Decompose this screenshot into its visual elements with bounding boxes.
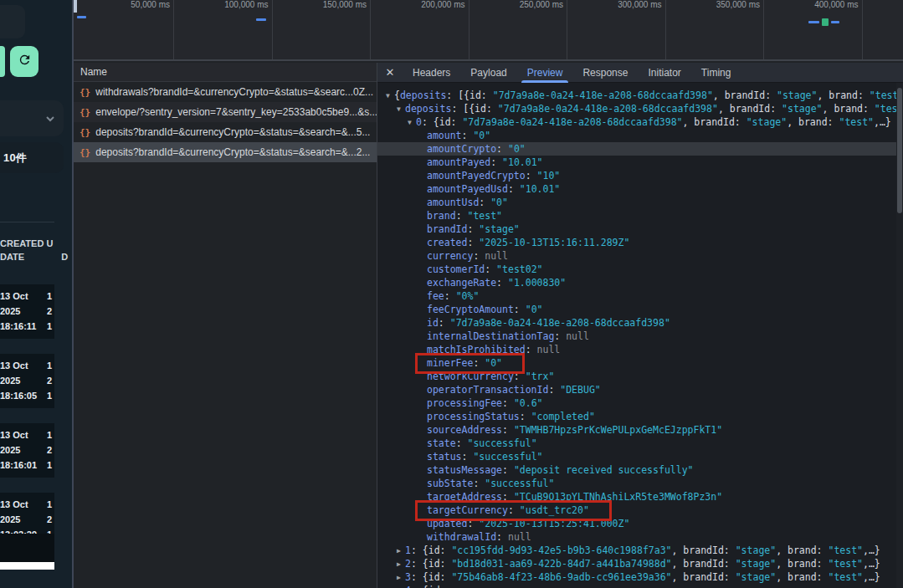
json-tree-row[interactable]: amountCrypto: "0" <box>377 142 903 156</box>
json-string-value: "test" <box>828 545 863 556</box>
expand-arrow-icon[interactable]: ▶ <box>397 585 405 588</box>
json-tree-row[interactable]: amountUsd: "0" <box>377 196 903 209</box>
network-request-row[interactable]: {}withdrawals?brandId=&currencyCrypto=&s… <box>74 82 377 102</box>
json-punctuation: : <box>473 250 485 262</box>
tab-initiator[interactable]: Initiator <box>642 63 686 83</box>
tab-preview[interactable]: Preview <box>521 63 569 83</box>
json-tree-row[interactable]: ▼0: {id: "7d7a9a8e-0a24-418e-a208-68dcca… <box>377 115 903 129</box>
json-tree-row[interactable]: internalDestinationTag: null <box>377 330 903 343</box>
vertical-scrollbar[interactable] <box>896 83 903 588</box>
json-null-value: null <box>485 250 508 262</box>
json-string-value: "test02" <box>496 263 542 275</box>
json-tree-row[interactable]: customerId: "test02" <box>377 263 903 276</box>
json-punctuation: , brandId: <box>683 116 747 128</box>
json-punctuation: : <box>526 170 537 182</box>
table-row[interactable]: 13 Oct12025218:16:111 <box>0 284 54 339</box>
network-request-row[interactable]: {}deposits?brandId=&currencyCrypto=&stat… <box>74 142 377 162</box>
json-punctuation: : <box>496 277 508 289</box>
json-string-value: "stage" <box>736 558 776 570</box>
json-tree-row[interactable]: amount: "0" <box>377 129 903 142</box>
app-chip[interactable] <box>0 5 25 38</box>
json-tree-row[interactable]: targetCurrency: "usdt_trc20" <box>377 504 903 517</box>
json-string-value: "7d7a9a8e-0a24-418e-a208-68dccaafd398" <box>498 103 718 115</box>
json-tree-row[interactable]: brand: "test" <box>377 209 903 222</box>
collapse-arrow-icon[interactable]: ▼ <box>408 116 416 130</box>
json-punctuation: : <box>496 531 508 543</box>
table-row[interactable]: 13 Oct12025218:16:011 <box>0 423 54 478</box>
tab-response[interactable]: Response <box>577 63 634 83</box>
json-tree-row[interactable]: state: "successful" <box>377 437 903 450</box>
json-tree-row[interactable]: subState: "successful" <box>377 477 903 490</box>
partial-button[interactable] <box>0 46 5 77</box>
json-tree-row[interactable]: feeCryptoAmount: "0" <box>377 303 903 316</box>
json-tree-row[interactable]: minerFee: "0" <box>377 356 903 370</box>
name-column-header[interactable]: Name <box>74 63 377 82</box>
json-preview-tree: ▼{deposits: [{id: "7d7a9a8e-0a24-418e-a2… <box>377 83 903 588</box>
json-tree-row[interactable]: id: "7d7a9a8e-0a24-418e-a208-68dccaafd39… <box>377 316 903 330</box>
json-punctuation: : <box>502 397 514 409</box>
collapse-arrow-icon[interactable]: ▼ <box>386 89 394 103</box>
expand-arrow-icon[interactable]: ▶ <box>397 571 405 585</box>
json-tree-row[interactable]: ▶3: {id: "75b46ab8-4f23-48b6-9adb-cc961e… <box>377 570 903 584</box>
request-waterfall-mark <box>808 21 819 23</box>
timeline-tick-label: 350,000 ms <box>716 0 760 9</box>
cell-col2: 2 <box>47 512 52 527</box>
tab-payload[interactable]: Payload <box>464 63 512 83</box>
json-tree-row[interactable]: amountPayedCrypto: "10" <box>377 169 903 182</box>
json-tree-row[interactable]: ▼deposits: [{id: "7d7a9a8e-0a24-418e-a20… <box>377 102 903 115</box>
json-string-value: "0" <box>526 304 543 315</box>
json-tree-row[interactable]: ▶2: {id: "bd18d031-aa69-422b-84d7-a441ba… <box>377 557 903 570</box>
json-key: withdrawalId <box>427 531 496 543</box>
filter-select[interactable] <box>0 100 64 136</box>
json-punctuation: : <box>554 330 566 342</box>
json-string-value: "stage" <box>782 103 822 115</box>
json-key: statusMessage <box>427 464 502 476</box>
cell-date: 18:16:01 <box>0 458 47 473</box>
json-tree-row[interactable]: amountPayedUsd: "10.01" <box>377 182 903 196</box>
json-tree-row[interactable]: statusMessage: "deposit received success… <box>377 463 903 477</box>
collapse-arrow-icon[interactable]: ▼ <box>397 103 405 116</box>
json-tree-row[interactable]: ▼{deposits: [{id: "7d7a9a8e-0a24-418e-a2… <box>377 89 903 102</box>
json-key: sourceAddress <box>427 424 502 436</box>
table-body: 13 Oct12025218:16:11113 Oct12025218:16:0… <box>0 284 72 562</box>
table-row[interactable]: 13 Oct12025218:16:051 <box>0 354 54 408</box>
json-tree-row[interactable]: brandId: "stage" <box>377 222 903 236</box>
refresh-button[interactable] <box>10 46 38 77</box>
json-tree-row[interactable]: ▶4: {id: <box>377 584 903 588</box>
network-request-row[interactable]: {}envelope/?sentry_version=7&sentry_key=… <box>74 102 377 122</box>
json-string-value: "TWMHB7HpzsPrKcWePULpxGeMcEJzppFkT1" <box>514 424 722 436</box>
json-string-value: "successful" <box>485 478 554 489</box>
json-tree-row[interactable]: processingFee: "0.6" <box>377 396 903 410</box>
page-size-box[interactable]: 10件 <box>0 142 64 173</box>
expand-arrow-icon[interactable]: ▶ <box>397 558 405 571</box>
network-request-row[interactable]: {}deposits?brandId=&currencyCrypto=&stat… <box>74 122 377 142</box>
tab-headers[interactable]: Headers <box>407 63 456 83</box>
close-icon[interactable]: ✕ <box>377 66 403 79</box>
json-tree-row[interactable]: processingStatus: "completed" <box>377 410 903 423</box>
json-tree-row[interactable]: created: "2025-10-13T15:16:11.289Z" <box>377 236 903 249</box>
network-overview-timeline[interactable]: 50,000 ms100,000 ms150,000 ms200,000 ms2… <box>74 0 903 61</box>
json-key: amount <box>427 130 462 141</box>
json-key: 3 <box>405 571 411 583</box>
scrollbar-thumb[interactable] <box>897 88 902 213</box>
json-tree-row[interactable]: amountPayed: "10.01" <box>377 156 903 169</box>
json-tree-row[interactable]: operatorTransactionId: "DEBUG" <box>377 383 903 396</box>
expand-arrow-icon[interactable]: ▶ <box>397 545 405 558</box>
json-tree-row[interactable]: withdrawalId: null <box>377 530 903 544</box>
json-tree-row[interactable]: sourceAddress: "TWMHB7HpzsPrKcWePULpxGeM… <box>377 423 903 437</box>
json-string-value: "10" <box>537 170 561 182</box>
json-tree-row[interactable]: currency: null <box>377 249 903 263</box>
json-punctuation: : <box>467 223 479 235</box>
json-punctuation: , brandId: <box>713 89 777 101</box>
json-tree-row[interactable]: status: "successful" <box>377 450 903 463</box>
timeline-gridline <box>763 0 764 59</box>
json-tree-row[interactable]: fee: "0%" <box>377 289 903 303</box>
tab-timing[interactable]: Timing <box>695 63 737 83</box>
json-string-value: "deposit received successfully" <box>514 464 694 476</box>
json-tree-row[interactable]: exchangeRate: "1.000830" <box>377 276 903 289</box>
json-string-value: "completed" <box>531 411 595 422</box>
json-tree-row[interactable]: ▶1: {id: "cc195fdd-9d93-42e5-b9b3-640c19… <box>377 544 903 557</box>
horizontal-scrollbar[interactable] <box>0 562 54 570</box>
json-string-value: "test" <box>467 210 502 222</box>
json-punctuation: { <box>394 89 400 101</box>
